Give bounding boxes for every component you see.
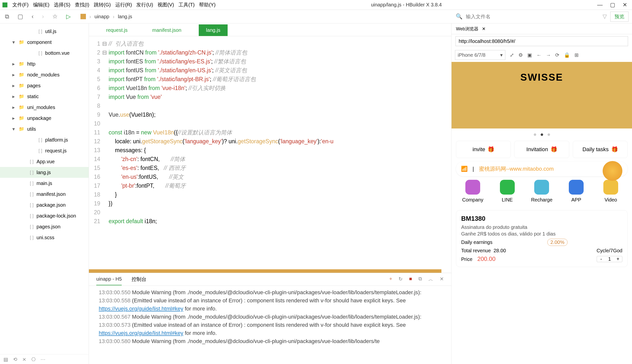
console-tab-run[interactable]: uinapp - H5 — [96, 273, 122, 285]
bc-item[interactable]: uinapp — [95, 14, 109, 20]
menu-item[interactable]: 跳转(G) — [94, 2, 111, 8]
branch-icon[interactable]: ⎔ — [31, 356, 36, 362]
tree-item[interactable]: [ ]manifest.json — [0, 189, 89, 200]
lock-icon[interactable]: 🔒 — [564, 52, 570, 58]
tree-item[interactable]: ▸📁uni_modules — [0, 102, 89, 113]
price-value: 200.00 — [477, 256, 495, 262]
grid-icon[interactable]: ⊞ — [574, 52, 579, 58]
menu-item[interactable]: 运行(R) — [115, 2, 132, 8]
new-file-icon[interactable]: ⧉ — [5, 13, 9, 20]
grid-item[interactable]: LINE — [491, 180, 524, 203]
grid-item[interactable]: Company — [456, 180, 490, 203]
menu-item[interactable]: 编辑(E) — [33, 2, 50, 8]
tree-item[interactable]: ▸📁pages — [0, 80, 89, 91]
bc-item[interactable]: lang.js — [118, 14, 132, 20]
floating-button[interactable] — [603, 161, 622, 181]
tree-item[interactable]: ▸📁node_modules — [0, 69, 89, 80]
tree-item[interactable]: [ ]App.vue — [0, 156, 89, 167]
carousel-dots[interactable] — [452, 128, 632, 141]
folder-icon: 📁 — [19, 72, 24, 78]
console-tab-terminal[interactable]: 控制台 — [132, 273, 146, 286]
search-input[interactable] — [466, 14, 599, 20]
editor-tab[interactable]: lang.js — [199, 24, 228, 36]
folder-icon: 📁 — [19, 116, 24, 121]
tree-item[interactable]: [ ]util.js — [0, 26, 89, 37]
editor-tab[interactable]: manifest.json — [145, 24, 189, 36]
tree-item[interactable]: [ ]request.js — [0, 145, 89, 156]
sync-icon[interactable]: ⟲ — [13, 356, 17, 362]
fold-gutter: ⊟⊟ — [102, 36, 107, 269]
code-editor[interactable]: // 引入语言包import fontCN from './static/lan… — [107, 36, 451, 269]
tree-item[interactable]: [ ]package.json — [0, 200, 89, 210]
save-icon[interactable]: ▢ — [18, 13, 23, 20]
grid-item[interactable]: Video — [594, 180, 627, 203]
menu-item[interactable]: 发行(U) — [136, 2, 153, 8]
menu-item[interactable]: 帮助(Y) — [199, 2, 215, 8]
editor-tab[interactable]: request.js — [99, 24, 135, 36]
filter-icon[interactable]: ▽ — [603, 13, 607, 20]
grid-item[interactable]: Recharge — [525, 180, 559, 203]
preview-button[interactable]: 预览 — [610, 12, 628, 22]
restart-icon[interactable]: ↻ — [399, 276, 403, 282]
minimize-icon[interactable]: — — [597, 2, 603, 8]
action-button[interactable]: Invitation 🎁 — [514, 141, 569, 158]
device-label: iPhone 6/7/8 — [458, 52, 485, 58]
menu-item[interactable]: 选择(S) — [54, 2, 70, 8]
main-menu: 文件(F)编辑(E)选择(S)查找(I)跳转(G)运行(R)发行(U)视图(V)… — [12, 2, 215, 8]
brand-logo: SWISSE — [520, 72, 563, 128]
tree-item[interactable]: [ ]pages.json — [0, 221, 89, 232]
close-icon[interactable]: ✕ — [623, 2, 627, 8]
back-icon[interactable]: ‹ — [32, 13, 34, 20]
tree-item[interactable]: ▸📁http — [0, 58, 89, 69]
bug-icon[interactable]: ⌖ — [389, 276, 392, 282]
star-icon[interactable]: ☆ — [52, 13, 58, 20]
tree-item[interactable]: [ ]lang.js — [0, 167, 89, 178]
tree-item[interactable]: ▾📁utils — [0, 124, 89, 134]
nav-forward-icon[interactable]: → — [546, 52, 551, 58]
product-card[interactable]: BM1380 Assinatura do produto gratuita Ga… — [456, 210, 627, 267]
qty-stepper[interactable]: -1+ — [597, 256, 622, 262]
editor-tabs: request.jsmanifest.jsonlang.js — [89, 24, 451, 36]
tree-item[interactable]: ▸📁unpackage — [0, 113, 89, 124]
terminal-icon[interactable]: ▤ — [4, 356, 8, 362]
grid-item[interactable]: APP — [559, 180, 593, 203]
tree-item[interactable]: ▾📁component — [0, 37, 89, 48]
maximize-icon[interactable]: ▢ — [610, 2, 615, 8]
folder-icon: 📁 — [19, 104, 24, 110]
menu-item[interactable]: 查找(I) — [75, 2, 89, 8]
search-icon[interactable]: 🔍 — [456, 13, 462, 20]
nav-back-icon[interactable]: ← — [536, 52, 541, 58]
tree-item[interactable]: [ ]main.js — [0, 178, 89, 189]
browser-tab-label[interactable]: Web浏览器 — [456, 26, 478, 32]
tree-item[interactable]: [ ]platform.js — [0, 134, 89, 145]
file-icon: [ ] — [30, 202, 34, 208]
collapse-icon[interactable]: ︿ — [428, 276, 433, 282]
menu-item[interactable]: 工具(T) — [178, 2, 195, 8]
reload-icon[interactable]: ⟳ — [555, 52, 559, 58]
action-button[interactable]: invite 🎁 — [456, 141, 511, 158]
device-select[interactable]: iPhone 6/7/8▾ — [455, 50, 505, 60]
clear-icon[interactable]: ✕ — [440, 276, 444, 282]
settings-icon[interactable]: ⚙ — [518, 52, 523, 58]
more-icon[interactable]: ⋯ — [41, 356, 46, 362]
menu-item[interactable]: 视图(V) — [158, 2, 174, 8]
close-tab-icon[interactable]: ✕ — [482, 26, 486, 32]
scrollbar[interactable] — [89, 269, 441, 273]
rotate-icon[interactable]: ⤢ — [510, 52, 514, 58]
forward-icon[interactable]: › — [42, 13, 44, 20]
stop-icon[interactable]: ■ — [409, 276, 412, 282]
folder-icon: 📁 — [19, 83, 24, 88]
popout-icon[interactable]: ⧉ — [418, 276, 422, 282]
folder-icon: 📁 — [19, 61, 24, 66]
menu-item[interactable]: 文件(F) — [12, 2, 29, 8]
url-input[interactable] — [455, 36, 628, 46]
action-button[interactable]: Daily tasks 🎁 — [573, 141, 627, 158]
debug-icon[interactable]: ⨯ — [22, 356, 27, 362]
tree-item[interactable]: ▸📁static — [0, 91, 89, 102]
tree-item[interactable]: [ ]uni.scss — [0, 232, 89, 243]
file-icon: [ ] — [39, 50, 42, 56]
screenshot-icon[interactable]: ▣ — [527, 52, 532, 58]
run-icon[interactable]: ▷ — [66, 13, 71, 20]
tree-item[interactable]: [ ]bottom.vue — [0, 48, 89, 58]
tree-item[interactable]: [ ]package-lock.json — [0, 210, 89, 221]
